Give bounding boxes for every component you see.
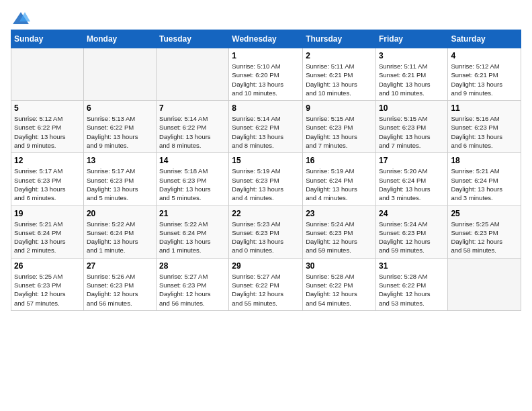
day-number: 8	[232, 103, 300, 113]
calendar-week-row: 1Sunrise: 5:10 AM Sunset: 6:20 PM Daylig…	[11, 48, 521, 101]
day-number: 29	[232, 261, 300, 271]
calendar-cell: 18Sunrise: 5:21 AM Sunset: 6:24 PM Dayli…	[448, 153, 521, 205]
calendar-cell: 14Sunrise: 5:18 AM Sunset: 6:23 PM Dayli…	[157, 153, 229, 205]
day-info: Sunrise: 5:25 AM Sunset: 6:23 PM Dayligh…	[451, 220, 518, 255]
day-number: 17	[379, 156, 445, 165]
day-number: 9	[306, 103, 373, 113]
calendar-cell: 8Sunrise: 5:14 AM Sunset: 6:22 PM Daylig…	[229, 101, 303, 153]
day-number: 21	[159, 209, 226, 218]
day-number: 26	[14, 261, 81, 271]
calendar-cell: 4Sunrise: 5:12 AM Sunset: 6:21 PM Daylig…	[448, 48, 521, 101]
calendar-cell	[83, 48, 156, 101]
day-info: Sunrise: 5:14 AM Sunset: 6:22 PM Dayligh…	[159, 114, 226, 150]
day-number: 12	[14, 156, 81, 165]
day-info: Sunrise: 5:12 AM Sunset: 6:21 PM Dayligh…	[451, 62, 518, 97]
calendar-cell: 29Sunrise: 5:27 AM Sunset: 6:22 PM Dayli…	[229, 258, 303, 310]
day-number: 11	[451, 103, 518, 113]
day-number: 18	[451, 156, 518, 165]
day-number: 28	[159, 261, 226, 271]
calendar-cell: 19Sunrise: 5:21 AM Sunset: 6:24 PM Dayli…	[11, 205, 84, 258]
calendar-cell: 12Sunrise: 5:17 AM Sunset: 6:23 PM Dayli…	[11, 153, 84, 205]
day-info: Sunrise: 5:13 AM Sunset: 6:22 PM Dayligh…	[87, 114, 153, 150]
calendar-cell: 1Sunrise: 5:10 AM Sunset: 6:20 PM Daylig…	[229, 48, 303, 101]
calendar-cell: 26Sunrise: 5:25 AM Sunset: 6:23 PM Dayli…	[11, 258, 84, 310]
calendar-cell: 5Sunrise: 5:12 AM Sunset: 6:22 PM Daylig…	[11, 101, 84, 153]
day-info: Sunrise: 5:26 AM Sunset: 6:23 PM Dayligh…	[87, 272, 153, 308]
day-number: 7	[159, 103, 226, 113]
day-info: Sunrise: 5:24 AM Sunset: 6:23 PM Dayligh…	[379, 220, 445, 255]
day-number: 2	[306, 51, 373, 60]
calendar-cell: 30Sunrise: 5:28 AM Sunset: 6:22 PM Dayli…	[303, 258, 376, 310]
day-info: Sunrise: 5:21 AM Sunset: 6:24 PM Dayligh…	[14, 220, 81, 255]
calendar-cell: 24Sunrise: 5:24 AM Sunset: 6:23 PM Dayli…	[375, 205, 447, 258]
day-number: 31	[379, 261, 445, 271]
day-info: Sunrise: 5:18 AM Sunset: 6:23 PM Dayligh…	[159, 167, 226, 202]
calendar-week-row: 26Sunrise: 5:25 AM Sunset: 6:23 PM Dayli…	[11, 258, 521, 310]
day-info: Sunrise: 5:27 AM Sunset: 6:22 PM Dayligh…	[232, 272, 300, 308]
calendar-week-row: 12Sunrise: 5:17 AM Sunset: 6:23 PM Dayli…	[11, 153, 521, 205]
day-number: 15	[232, 156, 300, 165]
day-info: Sunrise: 5:17 AM Sunset: 6:23 PM Dayligh…	[14, 167, 81, 202]
weekday-header-sunday: Sunday	[11, 30, 84, 48]
logo-icon	[11, 11, 30, 26]
calendar-cell: 16Sunrise: 5:19 AM Sunset: 6:24 PM Dayli…	[303, 153, 376, 205]
calendar-cell: 6Sunrise: 5:13 AM Sunset: 6:22 PM Daylig…	[83, 101, 156, 153]
logo	[11, 11, 31, 23]
day-number: 14	[159, 156, 226, 165]
day-info: Sunrise: 5:14 AM Sunset: 6:22 PM Dayligh…	[232, 114, 300, 150]
calendar-cell: 7Sunrise: 5:14 AM Sunset: 6:22 PM Daylig…	[157, 101, 229, 153]
calendar-cell: 27Sunrise: 5:26 AM Sunset: 6:23 PM Dayli…	[83, 258, 156, 310]
day-info: Sunrise: 5:22 AM Sunset: 6:24 PM Dayligh…	[159, 220, 226, 255]
day-info: Sunrise: 5:11 AM Sunset: 6:21 PM Dayligh…	[306, 62, 373, 97]
weekday-header-wednesday: Wednesday	[229, 30, 303, 48]
day-number: 22	[232, 209, 300, 218]
weekday-header-monday: Monday	[83, 30, 156, 48]
calendar-cell: 2Sunrise: 5:11 AM Sunset: 6:21 PM Daylig…	[303, 48, 376, 101]
day-info: Sunrise: 5:10 AM Sunset: 6:20 PM Dayligh…	[232, 62, 300, 97]
day-info: Sunrise: 5:23 AM Sunset: 6:23 PM Dayligh…	[232, 220, 300, 255]
day-info: Sunrise: 5:20 AM Sunset: 6:24 PM Dayligh…	[379, 167, 445, 202]
day-number: 13	[87, 156, 153, 165]
day-number: 6	[87, 103, 153, 113]
weekday-header-tuesday: Tuesday	[157, 30, 229, 48]
calendar-cell: 9Sunrise: 5:15 AM Sunset: 6:23 PM Daylig…	[303, 101, 376, 153]
calendar-cell: 28Sunrise: 5:27 AM Sunset: 6:23 PM Dayli…	[157, 258, 229, 310]
day-info: Sunrise: 5:24 AM Sunset: 6:23 PM Dayligh…	[306, 220, 373, 255]
calendar-week-row: 5Sunrise: 5:12 AM Sunset: 6:22 PM Daylig…	[11, 101, 521, 153]
page-header	[11, 11, 521, 23]
calendar-cell: 15Sunrise: 5:19 AM Sunset: 6:23 PM Dayli…	[229, 153, 303, 205]
day-info: Sunrise: 5:16 AM Sunset: 6:23 PM Dayligh…	[451, 114, 518, 150]
calendar-cell	[157, 48, 229, 101]
calendar-cell: 13Sunrise: 5:17 AM Sunset: 6:23 PM Dayli…	[83, 153, 156, 205]
day-number: 30	[306, 261, 373, 271]
calendar-cell: 25Sunrise: 5:25 AM Sunset: 6:23 PM Dayli…	[448, 205, 521, 258]
day-info: Sunrise: 5:19 AM Sunset: 6:23 PM Dayligh…	[232, 167, 300, 202]
weekday-header-row: SundayMondayTuesdayWednesdayThursdayFrid…	[11, 30, 521, 48]
calendar-cell: 23Sunrise: 5:24 AM Sunset: 6:23 PM Dayli…	[303, 205, 376, 258]
day-info: Sunrise: 5:11 AM Sunset: 6:21 PM Dayligh…	[379, 62, 445, 97]
day-info: Sunrise: 5:28 AM Sunset: 6:22 PM Dayligh…	[306, 272, 373, 308]
day-info: Sunrise: 5:15 AM Sunset: 6:23 PM Dayligh…	[379, 114, 445, 150]
day-info: Sunrise: 5:17 AM Sunset: 6:23 PM Dayligh…	[87, 167, 153, 202]
day-number: 10	[379, 103, 445, 113]
day-number: 25	[451, 209, 518, 218]
calendar-cell: 31Sunrise: 5:28 AM Sunset: 6:22 PM Dayli…	[375, 258, 447, 310]
day-number: 16	[306, 156, 373, 165]
day-info: Sunrise: 5:21 AM Sunset: 6:24 PM Dayligh…	[451, 167, 518, 202]
day-number: 3	[379, 51, 445, 60]
day-number: 19	[14, 209, 81, 218]
calendar-table: SundayMondayTuesdayWednesdayThursdayFrid…	[11, 30, 521, 311]
calendar-cell: 22Sunrise: 5:23 AM Sunset: 6:23 PM Dayli…	[229, 205, 303, 258]
day-info: Sunrise: 5:19 AM Sunset: 6:24 PM Dayligh…	[306, 167, 373, 202]
calendar-cell: 20Sunrise: 5:22 AM Sunset: 6:24 PM Dayli…	[83, 205, 156, 258]
day-info: Sunrise: 5:27 AM Sunset: 6:23 PM Dayligh…	[159, 272, 226, 308]
calendar-cell	[448, 258, 521, 310]
calendar-cell	[11, 48, 84, 101]
day-number: 4	[451, 51, 518, 60]
day-number: 5	[14, 103, 81, 113]
day-info: Sunrise: 5:22 AM Sunset: 6:24 PM Dayligh…	[87, 220, 153, 255]
calendar-week-row: 19Sunrise: 5:21 AM Sunset: 6:24 PM Dayli…	[11, 205, 521, 258]
day-number: 1	[232, 51, 300, 60]
day-info: Sunrise: 5:28 AM Sunset: 6:22 PM Dayligh…	[379, 272, 445, 308]
weekday-header-thursday: Thursday	[303, 30, 376, 48]
